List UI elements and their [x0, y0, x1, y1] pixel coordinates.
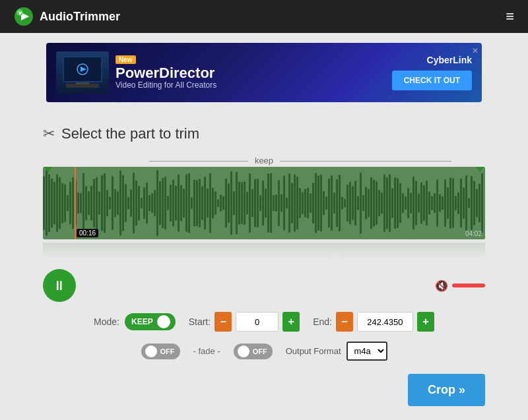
svg-rect-111 — [307, 188, 309, 219]
end-minus-button[interactable]: − — [336, 312, 353, 332]
crop-button[interactable]: Crop » — [408, 374, 485, 406]
svg-rect-112 — [310, 193, 312, 213]
svg-rect-67 — [191, 197, 193, 209]
svg-rect-68 — [193, 180, 195, 227]
svg-rect-174 — [473, 181, 475, 225]
svg-rect-44 — [130, 189, 132, 216]
svg-rect-163 — [444, 179, 446, 226]
ad-banner: New PowerDirector Video Editing for All … — [46, 43, 482, 102]
svg-rect-42 — [125, 184, 127, 222]
mode-toggle[interactable]: KEEP — [125, 313, 176, 330]
svg-rect-146 — [399, 183, 401, 223]
logo-text: AudioTrimmer — [40, 10, 120, 24]
svg-rect-80 — [225, 179, 227, 227]
svg-rect-167 — [455, 196, 457, 210]
mode-group: Mode: KEEP — [94, 313, 176, 330]
volume-bar[interactable] — [452, 284, 485, 287]
svg-rect-132 — [362, 195, 364, 211]
svg-rect-105 — [291, 183, 293, 224]
svg-rect-119 — [328, 179, 330, 227]
svg-rect-157 — [428, 192, 430, 215]
svg-rect-25 — [80, 193, 82, 213]
end-input[interactable] — [357, 312, 413, 332]
fade-left-group: OFF — [141, 344, 180, 359]
ad-cta-button[interactable]: CHECK IT OUT — [392, 71, 472, 90]
ad-close-button[interactable]: ✕ — [472, 46, 478, 55]
svg-rect-9 — [76, 82, 89, 84]
svg-rect-12 — [46, 170, 48, 235]
svg-rect-33 — [101, 175, 103, 231]
start-group: Start: − + — [189, 312, 300, 332]
svg-rect-150 — [410, 193, 412, 214]
svg-rect-75 — [212, 188, 214, 219]
fade-out-text: OFF — [253, 347, 267, 355]
volume-icon: 🔇 — [435, 280, 448, 292]
svg-rect-35 — [106, 190, 108, 216]
svg-rect-13 — [48, 174, 50, 232]
svg-rect-126 — [346, 185, 348, 222]
svg-rect-107 — [296, 177, 298, 229]
svg-rect-169 — [460, 179, 462, 227]
hamburger-menu[interactable]: ≡ — [506, 8, 515, 25]
svg-rect-89 — [249, 173, 251, 232]
svg-rect-134 — [368, 189, 370, 218]
svg-rect-114 — [315, 173, 317, 233]
svg-rect-171 — [465, 175, 467, 231]
svg-rect-92 — [257, 179, 259, 227]
svg-rect-71 — [201, 186, 203, 220]
start-input[interactable] — [236, 312, 279, 332]
svg-rect-17 — [59, 177, 61, 229]
svg-rect-121 — [333, 193, 335, 213]
fade-output-row: OFF - fade - OFF Output Format m4a mp3 o… — [43, 342, 485, 361]
svg-rect-45 — [133, 173, 135, 234]
svg-rect-65 — [185, 175, 187, 232]
svg-rect-125 — [344, 199, 346, 208]
playhead[interactable]: 00:16 — [75, 167, 76, 239]
svg-rect-144 — [394, 177, 396, 229]
start-plus-button[interactable]: + — [282, 312, 300, 332]
svg-rect-165 — [449, 177, 451, 228]
svg-rect-70 — [199, 179, 201, 227]
output-format-group: Output Format m4a mp3 ogg wav flac — [286, 342, 387, 361]
svg-rect-176 — [478, 184, 480, 222]
output-format-select[interactable]: m4a mp3 ogg wav flac — [346, 342, 387, 361]
fade-out-knob — [238, 345, 249, 357]
end-group: End: − + — [313, 312, 434, 332]
end-label: End: — [313, 316, 332, 327]
svg-rect-38 — [114, 189, 116, 218]
svg-rect-95 — [265, 189, 267, 218]
fade-out-toggle[interactable]: OFF — [234, 344, 273, 359]
svg-rect-87 — [244, 181, 246, 224]
play-pause-button[interactable]: ⏸ — [43, 269, 76, 302]
svg-rect-85 — [238, 182, 240, 225]
svg-rect-138 — [378, 190, 380, 216]
end-plus-button[interactable]: + — [417, 312, 434, 332]
svg-rect-137 — [376, 181, 378, 225]
fade-in-toggle[interactable]: OFF — [141, 344, 180, 359]
volume-area: 🔇 — [435, 280, 485, 292]
mode-toggle-knob — [157, 315, 170, 328]
svg-rect-76 — [214, 192, 216, 215]
svg-rect-102 — [283, 175, 285, 230]
waveform-handle-right[interactable] — [472, 167, 485, 172]
svg-rect-15 — [53, 182, 55, 225]
svg-rect-177 — [481, 173, 483, 233]
start-minus-button[interactable]: − — [214, 312, 232, 332]
svg-rect-109 — [302, 192, 304, 214]
waveform-handle-left[interactable] — [43, 167, 56, 172]
svg-rect-140 — [383, 174, 385, 231]
svg-rect-16 — [56, 174, 58, 232]
waveform-svg — [43, 167, 485, 239]
svg-rect-143 — [391, 188, 393, 218]
svg-rect-73 — [207, 189, 209, 218]
svg-rect-115 — [317, 175, 319, 230]
svg-rect-116 — [320, 175, 322, 231]
svg-rect-93 — [259, 195, 261, 211]
waveform-container[interactable]: 00:16 04:02 — [43, 167, 485, 239]
svg-rect-59 — [170, 185, 172, 222]
svg-rect-100 — [278, 180, 280, 226]
svg-rect-148 — [405, 196, 407, 210]
svg-rect-168 — [457, 193, 459, 214]
svg-rect-88 — [246, 192, 248, 215]
svg-rect-122 — [336, 179, 338, 227]
